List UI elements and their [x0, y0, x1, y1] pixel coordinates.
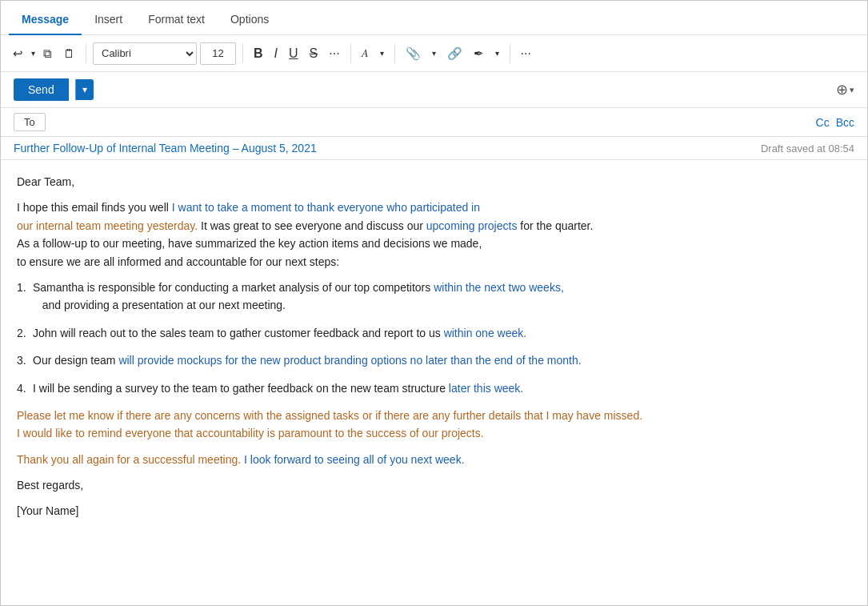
- send-button[interactable]: Send: [14, 78, 69, 101]
- separator-5: [510, 44, 510, 63]
- list-content-2: John will reach out to the sales team to…: [33, 324, 851, 342]
- list-item-2: 2. John will reach out to the sales team…: [17, 324, 851, 342]
- list-num-2: 2.: [17, 324, 33, 342]
- tab-options[interactable]: Options: [218, 5, 282, 35]
- li3-span: will provide mockups for the new product…: [118, 354, 581, 367]
- send-dropdown-button[interactable]: ▾: [75, 79, 94, 100]
- list-content-1: Samantha is responsible for conducting a…: [33, 279, 851, 315]
- more-options-button[interactable]: ···: [517, 43, 535, 64]
- thank-you: Thank you all again for a successful mee…: [17, 451, 851, 468]
- text-highlight-button[interactable]: 𝐴: [358, 43, 373, 63]
- more-format-button[interactable]: ···: [325, 43, 343, 64]
- li2-span: within one week.: [444, 327, 527, 339]
- tab-message[interactable]: Message: [9, 5, 82, 35]
- draft-saved: Draft saved at 08:54: [761, 142, 854, 155]
- p1-span1: I want to take a moment to thank everyon…: [172, 201, 480, 214]
- list-num-4: 4.: [17, 379, 33, 397]
- list-content-4: I will be sending a survey to the team t…: [33, 379, 851, 397]
- send-left: Send ▾: [14, 78, 94, 101]
- tab-format-text[interactable]: Format text: [135, 5, 218, 35]
- attach-caret[interactable]: ▾: [428, 46, 440, 61]
- zoom-caret: ▾: [850, 85, 854, 95]
- p1-span3: upcoming projects: [426, 219, 518, 232]
- list-num-3: 3.: [17, 351, 33, 369]
- to-label[interactable]: To: [14, 113, 46, 131]
- to-row: To Cc Bcc: [1, 108, 867, 137]
- font-selector[interactable]: Calibri Arial Times New Roman: [93, 42, 197, 65]
- undo-caret[interactable]: ▾: [30, 46, 36, 61]
- underline-button[interactable]: U: [285, 43, 302, 64]
- closing-1-text: Please let me know if there are any conc…: [17, 409, 642, 439]
- zoom-icon: ⊕: [836, 81, 848, 98]
- your-name: [Your Name]: [17, 502, 851, 520]
- strikethrough-button[interactable]: S: [306, 43, 322, 64]
- email-body: Dear Team, I hope this email finds you w…: [1, 160, 867, 605]
- list-item-1: 1. Samantha is responsible for conductin…: [17, 279, 851, 315]
- separator-3: [350, 44, 351, 63]
- thank-you-span: Thank you all again for a successful mee…: [17, 453, 244, 466]
- thank-you-span2: I look forward to seeing all of you next…: [244, 453, 464, 466]
- best-regards: Best regards,: [17, 476, 851, 494]
- italic-button[interactable]: I: [270, 43, 282, 64]
- list-item-4: 4. I will be sending a survey to the tea…: [17, 379, 851, 397]
- highlight-caret[interactable]: ▾: [376, 46, 388, 61]
- list-num-1: 1.: [17, 279, 33, 315]
- signature-button[interactable]: ✒: [470, 43, 488, 64]
- font-size-input[interactable]: [200, 42, 236, 65]
- sig-caret[interactable]: ▾: [491, 46, 503, 61]
- paste-button[interactable]: 🗒: [59, 43, 79, 63]
- send-row: Send ▾ ⊕ ▾: [1, 72, 867, 108]
- to-left: To: [14, 113, 212, 131]
- greeting: Dear Team,: [17, 173, 851, 191]
- cc-bcc-area: Cc Bcc: [816, 116, 854, 129]
- separator-2: [242, 44, 243, 63]
- app-window: Message Insert Format text Options ↩ ▾ ⧉…: [0, 0, 868, 606]
- paragraph-1: I hope this email finds you well I want …: [17, 199, 851, 271]
- attach-button[interactable]: 📎: [402, 43, 425, 64]
- to-input[interactable]: [52, 116, 212, 129]
- separator-4: [394, 44, 395, 63]
- p1-span2: our internal team meeting yesterday.: [17, 219, 198, 232]
- list-item-3: 3. Our design team will provide mockups …: [17, 351, 851, 369]
- separator-1: [86, 44, 86, 63]
- bcc-button[interactable]: Bcc: [836, 116, 854, 129]
- cc-button[interactable]: Cc: [816, 116, 830, 129]
- list-content-3: Our design team will provide mockups for…: [33, 351, 851, 369]
- bold-button[interactable]: B: [250, 43, 267, 64]
- compose-area: Send ▾ ⊕ ▾ To Cc Bcc Further Follow-Up o…: [1, 72, 867, 605]
- tab-insert[interactable]: Insert: [82, 5, 135, 35]
- closing-1: Please let me know if there are any conc…: [17, 407, 851, 443]
- li4-span: later this week.: [449, 382, 523, 395]
- undo-button[interactable]: ↩: [9, 43, 27, 64]
- subject-text: Further Follow-Up of Internal Team Meeti…: [14, 142, 761, 155]
- zoom-area[interactable]: ⊕ ▾: [836, 81, 854, 98]
- toolbar: ↩ ▾ ⧉ 🗒 Calibri Arial Times New Roman B …: [1, 35, 867, 72]
- tab-bar: Message Insert Format text Options: [1, 1, 867, 35]
- link-button[interactable]: 🔗: [443, 43, 466, 64]
- li1-span: within the next two weeks,: [434, 281, 564, 294]
- clipboard-button[interactable]: ⧉: [39, 43, 56, 64]
- subject-row: Further Follow-Up of Internal Team Meeti…: [1, 137, 867, 160]
